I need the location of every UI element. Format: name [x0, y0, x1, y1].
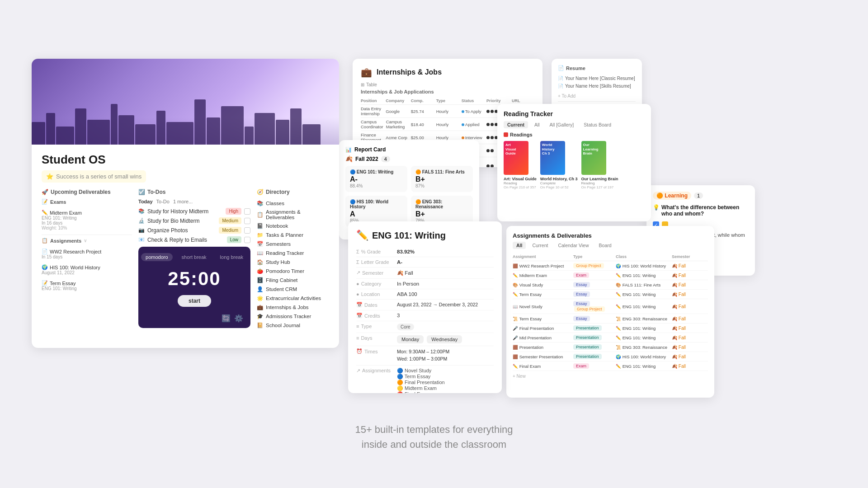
refresh-icon: 🔄 — [222, 314, 231, 323]
dir-semesters[interactable]: 📅Semesters — [257, 239, 329, 249]
dot-icon-1: ● — [356, 281, 359, 286]
asgn-row-9: 🟫 Presentation Presentation 📜 ENG 303: R… — [513, 343, 708, 352]
priority-medium-1: Medium — [219, 217, 241, 224]
book-cover-3[interactable]: OurLearningBrain — [581, 141, 606, 175]
reading-tracker-card: Reading Tracker Current All All [Gallery… — [497, 104, 651, 221]
building-10 — [166, 122, 193, 145]
tab-pomodoro[interactable]: pomodoro — [141, 253, 173, 261]
classes-icon: 📚 — [257, 200, 263, 206]
table-icon: ⊞ — [361, 82, 364, 87]
pomodoro-settings: 🔄 ⚙️ — [222, 314, 243, 323]
tab-long-break[interactable]: long break — [216, 253, 248, 261]
days-row: ≡ Days Monday Wednesday — [356, 333, 494, 346]
book-cover-1[interactable]: ArtVisualGuide — [504, 141, 528, 175]
tab-todo[interactable]: To-Do — [156, 199, 170, 204]
directory-label: 🧭 Directory — [257, 189, 329, 195]
type-row: ≡ Type Core — [356, 321, 494, 333]
priority-low: Low — [227, 236, 241, 243]
dir-internships[interactable]: 💼Internships & Jobs — [257, 303, 329, 312]
todo-checkbox-2[interactable] — [244, 218, 250, 224]
journal-icon: 📔 — [257, 322, 263, 328]
crm-icon: 👤 — [257, 286, 263, 292]
dates-row: 📅 Dates August 23, 2022 → December 3, 20… — [356, 300, 494, 310]
tab-current[interactable]: Current — [504, 121, 528, 128]
todo-checkbox-4[interactable] — [244, 237, 250, 243]
dir-extra[interactable]: 🌟Extracurricular Activities — [257, 294, 329, 303]
asgn-row-6: 📜 Term Essay Essay 📜 ENG 303: Renaissanc… — [513, 314, 708, 324]
hero-image — [32, 59, 339, 145]
add-resume-button[interactable]: + To Add — [558, 94, 636, 99]
todo-item-2: 🔬 Study for Bio Midterm Medium — [138, 217, 250, 224]
tasks-icon: 📁 — [257, 232, 263, 238]
course-fals111: 🟠 FALS 111: Fine Arts B+ 87% — [411, 166, 473, 192]
course-icon-1: 🔵 — [350, 169, 355, 174]
add-assignment-button[interactable]: + New — [513, 374, 708, 379]
semester-row: ↗ Semester 🍂 Fall — [356, 267, 494, 279]
dir-tasks[interactable]: 📁Tasks & Planner — [257, 230, 329, 239]
exam-item-1: ✏️ Midterm Exam ENG 101: Writing In 16 d… — [42, 208, 132, 232]
dir-crm[interactable]: 👤Student CRM — [257, 285, 329, 294]
days-icon: ≡ — [356, 335, 359, 341]
priority-high: High — [226, 208, 241, 215]
tab-current-assignments[interactable]: Current — [528, 242, 552, 249]
report-grid: 🔵 ENG 101: Writing A- 88.4% 🟠 FALS 111: … — [345, 166, 473, 227]
asgn-row-10: 🟫 Semester Presentation Presentation 🌍 H… — [513, 352, 708, 361]
tab-all[interactable]: All — [531, 121, 543, 128]
dir-notebook[interactable]: 📓Notebook — [257, 221, 329, 230]
dir-classes[interactable]: 📚Classes — [257, 199, 329, 208]
building-14 — [245, 127, 254, 145]
tab-status-board[interactable]: Status Board — [580, 121, 615, 128]
dir-pomodoro[interactable]: 🍅Pomodoro Timer — [257, 267, 329, 276]
student-os-content: Student OS ⭐ Success is a series of smal… — [32, 145, 339, 338]
dir-reading[interactable]: 📖Reading Tracker — [257, 249, 329, 258]
book-cover-2[interactable]: WorldHistoryCh 3 — [540, 141, 565, 175]
dir-assignments[interactable]: 📋Assignments & Deliverables — [257, 208, 329, 221]
todo-item-1: 📚 Study for History Midterm High — [138, 208, 250, 215]
rocket-icon: 🚀 — [42, 189, 48, 195]
timer-display: 25:00 — [168, 268, 221, 290]
resume-item-1[interactable]: 📄 Your Name Here [Classic Resume] — [558, 75, 636, 82]
filing-icon: 🗄️ — [257, 277, 263, 283]
directory-col: 🧭 Directory 📚Classes 📋Assignments & Deli… — [257, 189, 329, 330]
pomodoro-tabs: pomodoro short break long break — [141, 253, 248, 261]
gear-icon: ⚙️ — [234, 314, 243, 323]
assign-arrow-icon: ↗ — [356, 368, 360, 374]
tab-all-assignments[interactable]: All — [513, 242, 526, 249]
learning-badge: 🟠 Learning — [653, 192, 691, 200]
resume-item-2[interactable]: 📄 Your Name Here [Skills Resume] — [558, 82, 636, 90]
dir-study-hub[interactable]: 🏠Study Hub — [257, 258, 329, 267]
dir-filing[interactable]: 🗄️Filing Cabinet — [257, 276, 329, 285]
notebook-icon: 📓 — [257, 223, 263, 229]
todo-checkbox-3[interactable] — [244, 227, 250, 234]
building-2 — [46, 113, 55, 145]
resume-icon: 📄 — [558, 65, 564, 71]
tab-board[interactable]: Board — [595, 242, 615, 249]
course-icon-4: 🟠 — [415, 199, 421, 204]
building-13 — [221, 106, 244, 145]
tab-today[interactable]: Today — [138, 199, 153, 204]
course-icon-2: 🟠 — [415, 169, 421, 174]
tab-more[interactable]: 1 more... — [173, 199, 193, 204]
assignments-row: ↗ Assignments 🔵 Novel Study 🔵 Term Essay… — [356, 366, 494, 394]
todo-checkbox-1[interactable] — [244, 208, 250, 215]
dir-admissions[interactable]: 🎓Admissions Tracker — [257, 312, 329, 321]
course-icon-3: 🔵 — [350, 199, 355, 204]
start-button[interactable]: start — [178, 295, 211, 307]
asgn-row-7: 🎤 Final Presentation Presentation ✏️ ENG… — [513, 324, 708, 333]
building-4 — [75, 108, 86, 145]
readings-label: Readings — [504, 132, 645, 137]
asgn-row-5: 📖 Novel Study Essay Group Project ✏️ ENG… — [513, 299, 708, 314]
exam-icon: 📝 — [42, 199, 48, 205]
semesters-icon: 📅 — [257, 241, 263, 247]
tab-short-break[interactable]: short break — [177, 253, 211, 261]
dot-icon-2: ● — [356, 291, 359, 297]
building-18 — [302, 124, 321, 145]
wednesday-chip: Wednesday — [427, 335, 462, 343]
dir-journal[interactable]: 📔School Journal — [257, 321, 329, 330]
asgn-row-11: ✏️ Final Exam Exam ✏️ ENG 101: Writing 🍂… — [513, 361, 708, 371]
book-1-container: ArtVisualGuide Art: Visual Guide Reading… — [504, 141, 537, 189]
tab-calendar-view[interactable]: Calendar View — [554, 242, 592, 249]
tab-gallery[interactable]: All [Gallery] — [546, 121, 578, 128]
asgn-row-3: 🎨 Visual Study Essay 🎨 FALS 111: Fine Ar… — [513, 280, 708, 290]
internships-dir-icon: 💼 — [257, 304, 263, 310]
